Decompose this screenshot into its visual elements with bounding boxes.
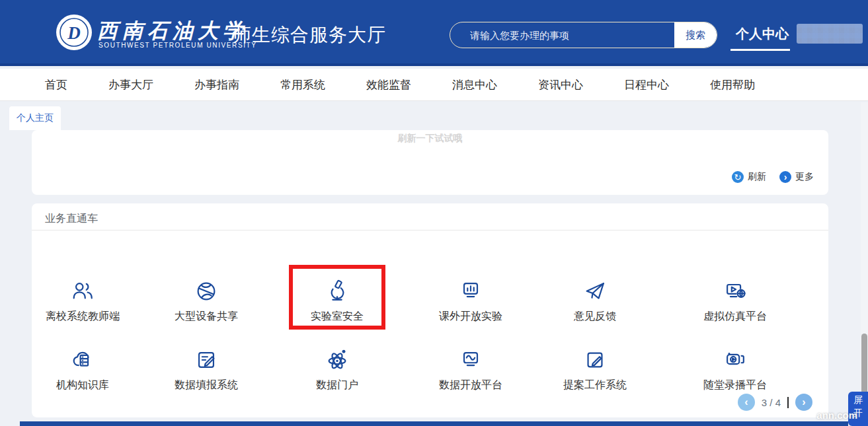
pagination-text: 3 / 4 bbox=[762, 397, 781, 408]
pagination-next-button[interactable]: › bbox=[795, 394, 812, 411]
document-edit-icon bbox=[194, 347, 219, 373]
nav-item[interactable]: 使用帮助 bbox=[710, 77, 755, 92]
services-panel: 业务直通车 离校系统教师端大型设备共享实验室安全课外开放实验意见反馈虚拟仿真平台… bbox=[32, 203, 828, 417]
service-label: 实验室安全 bbox=[311, 310, 364, 324]
service-item[interactable]: 课外开放实验 bbox=[421, 263, 520, 325]
atom-icon bbox=[325, 347, 350, 373]
service-label: 离校系统教师端 bbox=[46, 310, 120, 324]
nav-item[interactable]: 效能监督 bbox=[366, 77, 411, 92]
users-icon bbox=[70, 279, 95, 304]
nav-item[interactable]: 办事指南 bbox=[194, 77, 239, 92]
refresh-link[interactable]: ↻ 刷新 bbox=[732, 171, 766, 183]
nav-item[interactable]: 消息中心 bbox=[452, 77, 497, 92]
video-camera-icon bbox=[723, 347, 748, 373]
monitor-wave-icon bbox=[458, 347, 483, 373]
nav-item[interactable]: 办事大厅 bbox=[108, 77, 153, 92]
service-item[interactable]: 提案工作系统 bbox=[545, 332, 645, 394]
search-input[interactable] bbox=[450, 22, 674, 48]
service-item[interactable]: 数据开放平台 bbox=[421, 332, 520, 394]
refresh-icon: ↻ bbox=[732, 171, 744, 183]
more-link[interactable]: › 更多 bbox=[779, 171, 814, 183]
header: D 西南石油大学 SOUTHWEST PETROLEUM UNIVERSITY … bbox=[0, 0, 868, 66]
chevron-right-circle-icon: › bbox=[779, 171, 791, 183]
service-label: 提案工作系统 bbox=[563, 378, 627, 392]
service-label: 数据开放平台 bbox=[439, 378, 502, 392]
text-cursor bbox=[787, 397, 789, 408]
nav-item[interactable]: 日程中心 bbox=[624, 77, 669, 92]
monitor-globe-icon bbox=[723, 279, 748, 304]
service-label: 大型设备共享 bbox=[175, 310, 238, 324]
more-label: 更多 bbox=[795, 171, 814, 183]
user-name-blurred[interactable] bbox=[797, 24, 863, 44]
service-label: 意见反馈 bbox=[574, 310, 616, 324]
nav-item[interactable]: 资讯中心 bbox=[538, 77, 583, 92]
pagination-prev-button[interactable]: ‹ bbox=[738, 394, 755, 411]
search-bar: 搜索 bbox=[450, 22, 717, 48]
refresh-label: 刷新 bbox=[748, 171, 766, 183]
panel-links: ↻ 刷新 › 更多 bbox=[732, 171, 814, 183]
tab-personal-home[interactable]: 个人主页 bbox=[9, 106, 61, 130]
portal-title: 师生综合服务大厅 bbox=[233, 22, 386, 48]
microscope-icon bbox=[325, 279, 350, 304]
widget-panel: 刷新一下试试哦 ↻ 刷新 › 更多 bbox=[32, 130, 828, 195]
service-item[interactable]: 虚拟仿真平台 bbox=[686, 263, 785, 325]
personal-center-underline bbox=[730, 49, 790, 51]
nav-item[interactable]: 首页 bbox=[45, 77, 67, 92]
service-label: 数据门户 bbox=[316, 378, 358, 392]
service-item[interactable]: 数据门户 bbox=[288, 332, 387, 394]
service-item[interactable]: 意见反馈 bbox=[545, 263, 645, 325]
footer-bar bbox=[20, 421, 848, 426]
side-widget-button[interactable]: 屏 开 bbox=[848, 392, 868, 426]
service-item[interactable]: 实验室安全 bbox=[288, 263, 387, 325]
personal-center-link[interactable]: 个人中心 bbox=[736, 25, 789, 43]
svg-text:D: D bbox=[67, 23, 81, 43]
empty-hint-text: 刷新一下试试哦 bbox=[32, 133, 828, 145]
cloud-archive-icon bbox=[70, 347, 95, 373]
service-label: 机构知识库 bbox=[56, 378, 109, 392]
service-label: 随堂录播平台 bbox=[703, 378, 767, 392]
page: D 西南石油大学 SOUTHWEST PETROLEUM UNIVERSITY … bbox=[0, 0, 868, 426]
nav-menu: 首页办事大厅办事指南常用系统效能监督消息中心资讯中心日程中心使用帮助 bbox=[0, 69, 868, 101]
search-button[interactable]: 搜索 bbox=[674, 22, 717, 48]
service-item[interactable]: 数据填报系统 bbox=[157, 332, 256, 394]
university-name-cn: 西南石油大学 bbox=[97, 17, 248, 45]
service-label: 课外开放实验 bbox=[439, 310, 502, 324]
service-item[interactable]: 机构知识库 bbox=[33, 332, 132, 394]
monitor-bars-icon bbox=[458, 279, 483, 304]
service-label: 数据填报系统 bbox=[175, 378, 238, 392]
services-grid: 离校系统教师端大型设备共享实验室安全课外开放实验意见反馈虚拟仿真平台机构知识库数… bbox=[32, 203, 828, 417]
service-item[interactable]: 随堂录播平台 bbox=[686, 332, 785, 394]
side-widget-glyph-2: 开 bbox=[853, 408, 863, 417]
service-item[interactable]: 离校系统教师端 bbox=[33, 263, 132, 325]
pagination: ‹ 3 / 4 › bbox=[738, 394, 812, 411]
service-label: 虚拟仿真平台 bbox=[703, 310, 767, 324]
paper-plane-icon bbox=[582, 279, 608, 304]
side-widget-glyph-1: 屏 bbox=[853, 395, 863, 404]
university-logo-icon: D bbox=[56, 14, 93, 51]
service-item[interactable]: 大型设备共享 bbox=[157, 263, 256, 325]
nav-item[interactable]: 常用系统 bbox=[280, 77, 325, 92]
globe-icon bbox=[194, 279, 219, 304]
edit-square-icon bbox=[582, 347, 608, 373]
